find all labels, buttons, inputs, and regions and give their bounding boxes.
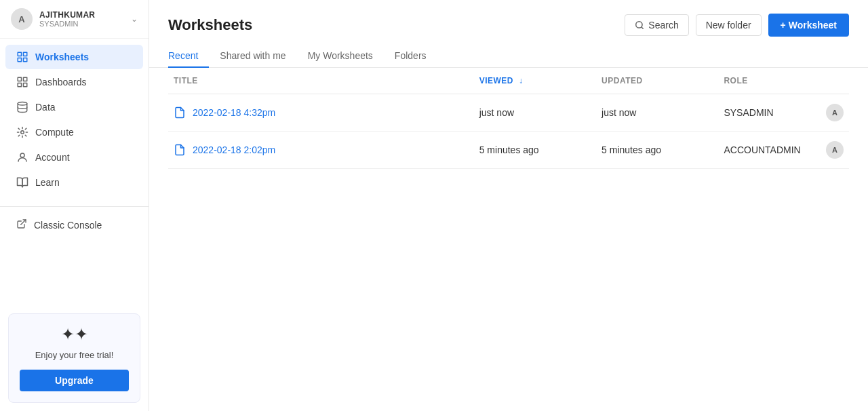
upgrade-text: Enjoy your free trial! [20,349,129,361]
worksheet-title: 2022-02-18 2:02pm [193,144,275,155]
chevron-down-icon: ⌄ [131,14,138,24]
user-avatar: A [11,8,33,30]
user-profile[interactable]: A AJITHKUMAR SYSADMIN ⌄ [0,0,149,39]
tab-recent[interactable]: Recent [168,45,209,68]
sparkle-icon: ✦✦ [20,325,129,344]
table-row[interactable]: 2022-02-18 4:32pm just now just now SYSA… [168,94,849,132]
sidebar-item-learn[interactable]: Learn [5,170,143,195]
nav-divider [0,206,149,207]
upgrade-box: ✦✦ Enjoy your free trial! Upgrade [8,313,140,403]
col-header-viewed[interactable]: VIEWED ↓ [474,68,596,94]
sidebar-item-account[interactable]: Account [5,145,143,170]
header-actions: Search New folder + Worksheet [625,14,849,37]
worksheets-icon [16,51,28,63]
worksheets-table: TITLE VIEWED ↓ UPDATED ROLE 2022 [168,68,849,169]
sidebar-item-compute-label: Compute [35,127,74,138]
page-title: Worksheets [168,16,252,34]
table-header-row: TITLE VIEWED ↓ UPDATED ROLE [168,68,849,94]
sidebar-item-account-label: Account [35,152,70,163]
sidebar-item-data-label: Data [35,102,56,113]
svg-rect-1 [24,52,27,56]
user-role: SYSADMIN [39,20,124,28]
tab-my-worksheets[interactable]: My Worksheets [297,45,384,68]
cell-avatar-0: A [821,94,849,132]
data-icon [16,101,28,113]
sidebar-item-dashboards-label: Dashboards [35,77,87,87]
cell-title-0[interactable]: 2022-02-18 4:32pm [168,94,474,132]
row-avatar: A [826,104,844,121]
search-icon [635,20,644,30]
col-header-avatar [821,68,849,94]
tabs-bar: Recent Shared with me My Worksheets Fold… [149,37,868,68]
learn-icon [16,176,28,189]
sidebar-item-compute[interactable]: Compute [5,120,143,144]
new-worksheet-button[interactable]: + Worksheet [768,14,849,37]
cell-viewed-1: 5 minutes ago [474,132,596,169]
upgrade-button[interactable]: Upgrade [20,370,129,391]
svg-point-9 [21,131,24,134]
col-header-title: TITLE [168,68,474,94]
external-link-icon [16,218,27,231]
sort-arrow-icon: ↓ [519,76,524,85]
new-folder-button[interactable]: New folder [696,14,762,36]
account-icon [16,151,28,163]
cell-role-0: SYSADMIN [718,94,821,132]
tab-shared[interactable]: Shared with me [209,45,296,68]
col-header-updated: UPDATED [596,68,718,94]
sidebar-item-dashboards[interactable]: Dashboards [5,70,143,94]
svg-point-8 [18,102,27,106]
sidebar-item-learn-label: Learn [35,177,60,188]
table-container: TITLE VIEWED ↓ UPDATED ROLE 2022 [149,68,868,411]
dashboards-icon [16,76,28,88]
sidebar: A AJITHKUMAR SYSADMIN ⌄ Worksheets [0,0,149,411]
search-button[interactable]: Search [625,14,688,36]
svg-rect-5 [24,77,27,81]
doc-icon [174,106,186,119]
svg-rect-0 [18,52,21,56]
svg-rect-6 [24,83,27,87]
classic-console-item[interactable]: Classic Console [5,212,143,237]
cell-updated-1: 5 minutes ago [596,132,718,169]
compute-icon [16,126,28,138]
cell-viewed-0: just now [474,94,596,132]
svg-rect-3 [18,58,21,62]
cell-title-1[interactable]: 2022-02-18 2:02pm [168,132,474,169]
sidebar-item-data[interactable]: Data [5,95,143,119]
main-content: Worksheets Search New folder + Worksheet… [149,0,868,411]
sidebar-item-worksheets-label: Worksheets [35,52,89,62]
tab-folders[interactable]: Folders [384,45,437,68]
nav-section: Worksheets Dashboards Data [0,39,149,201]
svg-rect-2 [24,58,27,62]
classic-console-label: Classic Console [34,220,102,231]
svg-line-11 [21,220,26,224]
svg-rect-7 [18,83,21,87]
cell-updated-0: just now [596,94,718,132]
svg-line-13 [642,27,644,29]
sidebar-item-worksheets[interactable]: Worksheets [5,45,143,69]
col-header-role: ROLE [718,68,821,94]
row-avatar: A [826,141,844,159]
doc-icon [174,144,186,156]
user-info: AJITHKUMAR SYSADMIN [39,10,124,28]
cell-avatar-1: A [821,132,849,169]
worksheet-title: 2022-02-18 4:32pm [193,107,275,118]
table-row[interactable]: 2022-02-18 2:02pm 5 minutes ago 5 minute… [168,132,849,169]
main-header: Worksheets Search New folder + Worksheet [149,0,868,37]
cell-role-1: ACCOUNTADMIN [718,132,821,169]
user-name: AJITHKUMAR [39,10,124,20]
svg-point-10 [20,153,24,157]
svg-rect-4 [18,77,21,81]
